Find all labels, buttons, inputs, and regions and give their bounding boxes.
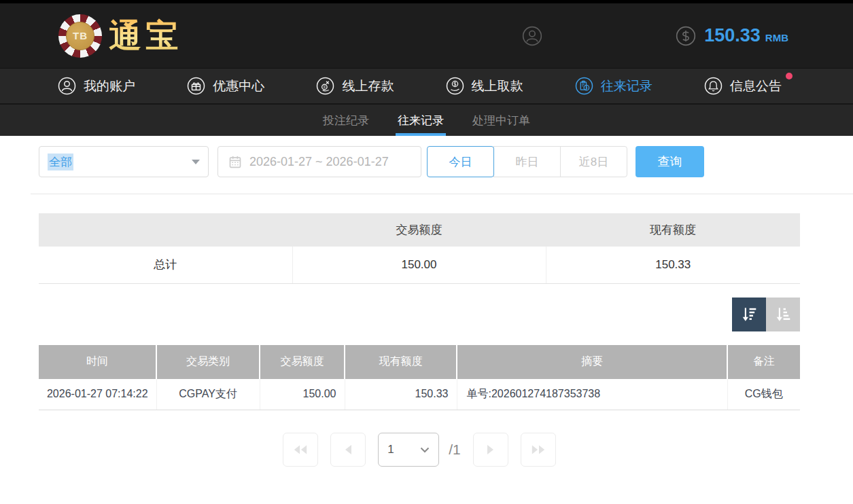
page-total: /1 <box>449 442 461 458</box>
nav-item-my-account[interactable]: 我的账户 <box>58 77 135 95</box>
last-page-icon <box>531 444 546 456</box>
summary-trade-amount: 150.00 <box>292 247 546 283</box>
tab-betting-records[interactable]: 投注纪录 <box>321 105 371 136</box>
nav-label: 往来记录 <box>601 77 652 95</box>
caret-down-icon <box>192 160 200 164</box>
today-button[interactable]: 今日 <box>427 146 494 177</box>
summary-table: 交易额度 现有额度 总计 150.00 150.33 <box>39 213 800 284</box>
user-avatar-icon <box>522 26 542 46</box>
last-8-days-button[interactable]: 近8日 <box>560 146 627 177</box>
cell-summary: 单号:202601274187353738 <box>457 379 727 410</box>
nav-item-deposit[interactable]: 线上存款 <box>316 77 394 95</box>
nav-label: 线上存款 <box>342 77 394 95</box>
col-summary: 摘要 <box>457 345 727 379</box>
cell-note: CG钱包 <box>727 379 800 410</box>
col-amount: 交易额度 <box>260 345 345 379</box>
brand-logo[interactable]: TB 通宝 <box>58 14 182 58</box>
nav-label: 线上取款 <box>472 77 523 95</box>
balance-amount: 150.33 <box>704 25 761 46</box>
summary-header-blank <box>39 213 292 247</box>
table-row: 2026-01-27 07:14:22 CGPAY支付 150.00 150.3… <box>39 379 800 410</box>
col-type: 交易类别 <box>156 345 260 379</box>
next-page-icon <box>485 444 496 456</box>
summary-header-balance: 现有额度 <box>546 213 800 247</box>
deposit-icon <box>316 77 334 95</box>
notification-dot <box>786 73 793 79</box>
chip-initials: TB <box>73 30 88 41</box>
nav-label: 信息公告 <box>730 77 782 95</box>
poker-chip-icon: TB <box>58 14 102 58</box>
gift-icon <box>187 77 205 95</box>
header: TB 通宝 150.33 RMB <box>0 3 853 68</box>
tab-transaction-records[interactable]: 往来记录 <box>396 105 446 136</box>
type-select-value: 全部 <box>48 154 73 170</box>
nav-item-promotions[interactable]: 优惠中心 <box>187 77 264 95</box>
section-divider <box>31 194 853 194</box>
summary-balance: 150.33 <box>546 247 800 283</box>
user-icon <box>58 77 76 95</box>
sort-asc-icon <box>774 306 792 323</box>
cell-time: 2026-01-27 07:14:22 <box>39 379 156 410</box>
col-balance: 现有额度 <box>345 345 457 379</box>
nav-label: 优惠中心 <box>213 77 264 95</box>
summary-total-row: 总计 150.00 150.33 <box>39 247 800 283</box>
chevron-down-icon <box>420 447 430 453</box>
dollar-icon <box>676 26 696 46</box>
pagination: 1 /1 <box>39 433 800 467</box>
summary-total-label: 总计 <box>39 247 292 283</box>
next-page-button[interactable] <box>473 433 508 467</box>
sort-controls <box>39 298 800 331</box>
cell-balance: 150.33 <box>345 379 457 410</box>
col-note: 备注 <box>727 345 800 379</box>
search-button[interactable]: 查询 <box>636 146 704 177</box>
balance-display[interactable]: 150.33 RMB <box>676 25 788 46</box>
content: 全部 2026-01-27 ~ 2026-01-27 今日 昨日 近8日 查询 … <box>0 146 853 467</box>
brand-name: 通宝 <box>109 14 182 58</box>
balance-currency: RMB <box>765 32 788 43</box>
tab-pending-orders[interactable]: 处理中订单 <box>470 105 532 136</box>
withdraw-icon <box>446 77 464 95</box>
date-range-value: 2026-01-27 ~ 2026-01-27 <box>249 155 389 169</box>
summary-header-trade-amount: 交易额度 <box>292 213 546 247</box>
sort-desc-icon <box>740 306 758 323</box>
records-icon <box>575 77 593 95</box>
records-table: 时间 交易类别 交易额度 现有额度 摘要 备注 2026-01-27 07:14… <box>39 345 800 411</box>
quick-date-group: 今日 昨日 近8日 <box>427 146 627 177</box>
type-select[interactable]: 全部 <box>39 146 209 177</box>
nav-label: 我的账户 <box>84 77 135 95</box>
sort-ascending-button[interactable] <box>766 298 800 331</box>
yesterday-button[interactable]: 昨日 <box>493 146 561 177</box>
last-page-button[interactable] <box>521 433 556 467</box>
bell-icon <box>704 77 723 95</box>
summary-header-row: 交易额度 现有额度 <box>39 213 800 247</box>
nav-item-withdraw[interactable]: 线上取款 <box>446 77 523 95</box>
calendar-icon <box>228 155 242 168</box>
sub-nav: 投注纪录 往来记录 处理中订单 <box>0 103 853 136</box>
cell-type: CGPAY支付 <box>156 379 260 410</box>
nav-item-transaction-records[interactable]: 往来记录 <box>575 77 652 95</box>
nav-item-announcements[interactable]: 信息公告 <box>704 77 782 95</box>
cell-amount: 150.00 <box>260 379 345 410</box>
page-select[interactable]: 1 <box>378 433 439 467</box>
records-header-row: 时间 交易类别 交易额度 现有额度 摘要 备注 <box>39 345 800 379</box>
date-range-input[interactable]: 2026-01-27 ~ 2026-01-27 <box>217 146 421 177</box>
first-page-button[interactable] <box>283 433 318 467</box>
first-page-icon <box>293 444 308 456</box>
main-nav: 我的账户 优惠中心 线上存款 线上取款 往来记录 <box>0 68 853 103</box>
prev-page-button[interactable] <box>330 433 366 467</box>
col-time: 时间 <box>39 345 156 379</box>
prev-page-icon <box>343 444 353 456</box>
user-account[interactable] <box>522 26 640 46</box>
filter-row: 全部 2026-01-27 ~ 2026-01-27 今日 昨日 近8日 查询 <box>39 146 800 177</box>
censored-username <box>546 27 640 44</box>
sort-descending-button[interactable] <box>732 298 766 331</box>
page-select-value: 1 <box>387 443 394 456</box>
